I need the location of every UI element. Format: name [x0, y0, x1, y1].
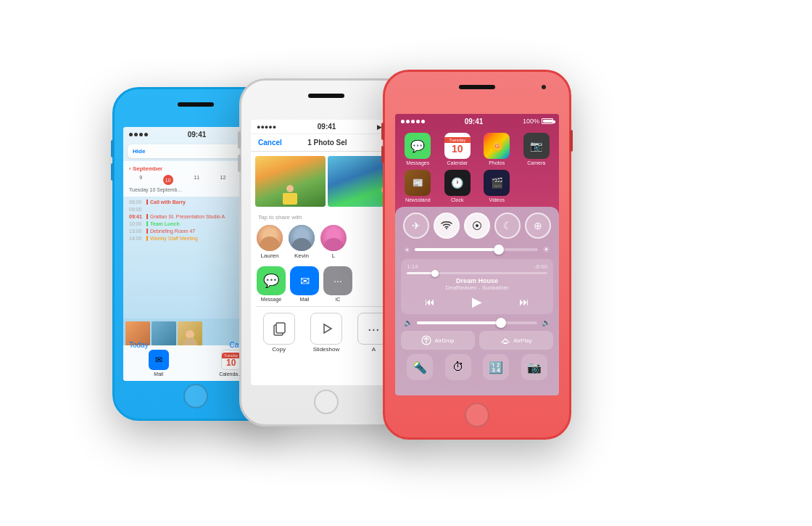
share-app-more-icon: ···: [323, 266, 352, 295]
blue-day-9: 9: [139, 175, 142, 185]
cc-airdrop-airplay-row: AirDrop AirPlay: [401, 331, 553, 350]
cc-prev-btn[interactable]: ⏮: [425, 296, 435, 308]
cc-rotation-toggle[interactable]: ⊕: [525, 213, 551, 239]
share-contact-kevin[interactable]: Kevin: [289, 225, 315, 259]
share-name-lauren: Lauren: [257, 252, 283, 259]
cc-volume-track[interactable]: [417, 321, 537, 324]
messages-icon: 💬: [405, 133, 431, 159]
blue-today-btn[interactable]: Today: [129, 341, 149, 349]
ios-app-photos[interactable]: 🌼 Photos: [481, 133, 513, 165]
white-screen: ●●●●● 09:41 ▶ Cancel 1 Photo Sel: [251, 120, 402, 385]
cc-music-time-end: -8:00: [534, 263, 547, 270]
white-signal: ●●●●●: [257, 123, 276, 131]
ios-app-newsstand[interactable]: 📰 Newsstand: [402, 170, 434, 202]
cc-airplane-toggle[interactable]: ✈: [403, 213, 429, 239]
ios-app-calendar[interactable]: Tuesday 10 Calendar: [442, 133, 473, 165]
slideshow-icon: [310, 313, 342, 345]
pink-home-button[interactable]: [465, 403, 489, 427]
blue-dock-mail[interactable]: ✉ Mail: [149, 350, 169, 377]
pink-side-button[interactable]: [570, 130, 573, 152]
share-app-more-label: iC: [323, 297, 352, 302]
cc-util-camera[interactable]: 📷: [521, 354, 547, 380]
pink-battery-icon: [542, 118, 553, 124]
airplane-icon: ✈: [412, 220, 420, 231]
blue-time: 09:41: [188, 131, 207, 139]
share-app-message[interactable]: 💬 Message: [257, 266, 286, 302]
cc-airdrop-btn[interactable]: AirDrop: [401, 331, 475, 350]
newsstand-icon: 📰: [405, 170, 431, 196]
cc-bluetooth-toggle[interactable]: ⦿: [464, 213, 490, 239]
cc-dnd-toggle[interactable]: ☾: [494, 213, 521, 239]
copy-label: Copy: [263, 346, 295, 353]
pink-signal: [401, 120, 425, 123]
share-name-kevin: Kevin: [289, 252, 315, 259]
cc-airplay-btn[interactable]: AirPlay: [479, 331, 553, 350]
white-screen-content: ●●●●● 09:41 ▶ Cancel 1 Photo Sel: [251, 120, 402, 385]
share-action-slideshow[interactable]: Slideshow: [310, 313, 342, 353]
cc-next-btn[interactable]: ⏭: [519, 296, 529, 308]
svg-rect-5: [503, 342, 508, 344]
share-cancel-btn[interactable]: Cancel: [258, 139, 282, 147]
empty-icon: [523, 170, 550, 196]
share-apps-row: 💬 Message ✉ Mail ··· iC: [251, 262, 402, 306]
share-contact-l[interactable]: L: [320, 225, 347, 259]
share-app-mail[interactable]: ✉ Mail: [290, 266, 319, 302]
blue-speaker: [178, 102, 214, 107]
blue-vol-down[interactable]: [111, 163, 114, 181]
blue-vol-up[interactable]: [111, 140, 114, 157]
pink-vol-up[interactable]: [381, 123, 384, 140]
blue-hide-btn[interactable]: Hide: [133, 148, 145, 155]
white-status-bar: ●●●●● 09:41 ▶: [251, 120, 402, 134]
pink-vol-down[interactable]: [381, 146, 384, 163]
cc-play-btn[interactable]: ▶: [472, 294, 482, 310]
share-app-message-label: Message: [257, 297, 286, 302]
ios-app-clock[interactable]: 🕐 Clock: [442, 170, 473, 202]
pink-status-bar: 09:41 100%: [395, 114, 559, 128]
white-vol-down[interactable]: [238, 155, 241, 172]
blue-day-12: 12: [220, 175, 226, 185]
ios-app-camera[interactable]: 📷 Camera: [521, 133, 552, 165]
white-time: 09:41: [318, 123, 336, 131]
share-app-mail-icon: ✉: [290, 266, 319, 295]
videos-label: Videos: [481, 197, 513, 202]
pink-camera: [542, 85, 546, 89]
cc-wifi-toggle[interactable]: [434, 213, 460, 239]
cc-music-title: Dream House: [407, 277, 547, 284]
blue-signal: [129, 133, 148, 136]
cc-util-calculator[interactable]: 🔢: [483, 354, 509, 380]
cc-music-scrubber[interactable]: [431, 270, 439, 277]
cc-brightness-track[interactable]: [415, 248, 538, 251]
cc-music-time: 1:14 -8:00: [407, 263, 547, 270]
share-app-more[interactable]: ··· iC: [323, 266, 352, 302]
blue-day-10[interactable]: 10: [163, 175, 173, 185]
share-photo-1[interactable]: [255, 156, 326, 207]
cc-music-time-start: 1:14: [407, 263, 418, 270]
cc-util-flashlight[interactable]: 🔦: [407, 354, 433, 380]
calculator-icon: 🔢: [489, 361, 503, 374]
share-contacts-label: Tap to share with: [251, 211, 402, 222]
share-title: 1 Photo Sel: [307, 139, 347, 147]
calendar-label: Calendar: [442, 160, 473, 165]
pink-screen: 09:41 100% 💬: [395, 114, 559, 395]
cc-util-timer[interactable]: ⏱: [445, 354, 471, 380]
cc-brightness-thumb[interactable]: [494, 244, 504, 255]
share-contacts-row: Lauren Kevin L: [251, 222, 402, 262]
clock-label: Clock: [442, 197, 473, 202]
white-home-button[interactable]: [314, 390, 339, 414]
cc-music-section: 1:14 -8:00 Dream House Deafheaven - Sunb…: [401, 259, 553, 314]
ios-app-videos[interactable]: 🎬 Videos: [481, 170, 513, 202]
blue-home-button[interactable]: [183, 384, 208, 408]
cc-volume-thumb[interactable]: [496, 318, 506, 328]
cc-volume-fill: [417, 321, 501, 324]
share-contact-lauren[interactable]: Lauren: [257, 225, 283, 259]
blue-prev-month[interactable]: ‹ September: [129, 165, 162, 172]
share-avatar-lauren: [257, 225, 283, 251]
dnd-icon: ☾: [503, 220, 513, 231]
ios-app-messages[interactable]: 💬 Messages: [402, 133, 434, 165]
share-action-copy[interactable]: Copy: [263, 313, 295, 353]
camera-label: Camera: [521, 160, 552, 165]
share-header: Cancel 1 Photo Sel: [251, 134, 402, 152]
clock-icon: 🕐: [444, 170, 471, 196]
share-avatar-l: [320, 225, 347, 251]
white-vol-up[interactable]: [238, 131, 241, 149]
